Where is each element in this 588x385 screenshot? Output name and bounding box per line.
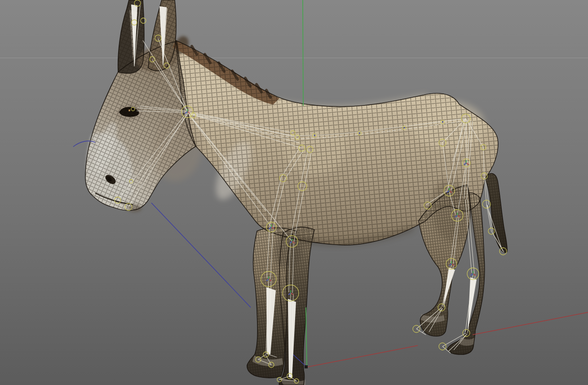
viewport-canvas[interactable] [0,0,588,385]
viewport-3d[interactable] [0,0,588,385]
origin-point [305,365,308,368]
